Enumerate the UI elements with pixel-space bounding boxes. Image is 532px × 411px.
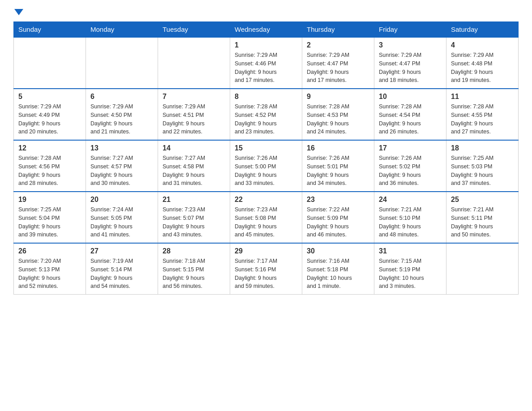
day-number: 23: [307, 196, 369, 204]
calendar-week-row: 19Sunrise: 7:25 AM Sunset: 5:04 PM Dayli…: [14, 192, 519, 243]
day-info: Sunrise: 7:26 AM Sunset: 5:00 PM Dayligh…: [235, 154, 297, 188]
day-info: Sunrise: 7:20 AM Sunset: 5:13 PM Dayligh…: [18, 257, 81, 291]
day-number: 29: [235, 247, 297, 255]
day-info: Sunrise: 7:27 AM Sunset: 4:58 PM Dayligh…: [163, 154, 225, 188]
day-number: 27: [90, 247, 153, 255]
calendar-cell: 10Sunrise: 7:28 AM Sunset: 4:54 PM Dayli…: [374, 89, 446, 140]
calendar-cell: 2Sunrise: 7:29 AM Sunset: 4:47 PM Daylig…: [302, 37, 374, 89]
calendar-cell: 9Sunrise: 7:28 AM Sunset: 4:53 PM Daylig…: [302, 89, 374, 140]
day-info: Sunrise: 7:15 AM Sunset: 5:19 PM Dayligh…: [379, 257, 442, 291]
calendar-cell: 5Sunrise: 7:29 AM Sunset: 4:49 PM Daylig…: [14, 89, 86, 140]
day-number: 22: [235, 196, 297, 204]
weekday-header-row: Sunday Monday Tuesday Wednesday Thursday…: [14, 22, 519, 38]
day-number: 24: [379, 196, 442, 204]
day-number: 18: [451, 144, 514, 152]
day-number: 9: [307, 93, 369, 101]
header-wednesday: Wednesday: [230, 22, 302, 38]
calendar-cell: 25Sunrise: 7:21 AM Sunset: 5:11 PM Dayli…: [446, 192, 519, 243]
day-number: 5: [18, 93, 81, 101]
day-info: Sunrise: 7:29 AM Sunset: 4:47 PM Dayligh…: [379, 51, 442, 85]
day-number: 6: [90, 93, 153, 101]
day-info: Sunrise: 7:29 AM Sunset: 4:46 PM Dayligh…: [235, 51, 297, 85]
day-info: Sunrise: 7:21 AM Sunset: 5:11 PM Dayligh…: [451, 206, 514, 239]
calendar-cell: 1Sunrise: 7:29 AM Sunset: 4:46 PM Daylig…: [230, 37, 302, 89]
calendar-cell: 17Sunrise: 7:26 AM Sunset: 5:02 PM Dayli…: [374, 140, 446, 192]
day-number: 1: [235, 41, 297, 49]
calendar-cell: 27Sunrise: 7:19 AM Sunset: 5:14 PM Dayli…: [86, 243, 158, 295]
calendar-week-row: 26Sunrise: 7:20 AM Sunset: 5:13 PM Dayli…: [14, 243, 519, 295]
calendar-week-row: 12Sunrise: 7:28 AM Sunset: 4:56 PM Dayli…: [14, 140, 519, 192]
day-number: 31: [379, 247, 442, 255]
day-number: 21: [163, 196, 225, 204]
header-sunday: Sunday: [14, 22, 86, 38]
day-info: Sunrise: 7:22 AM Sunset: 5:09 PM Dayligh…: [307, 206, 369, 239]
day-number: 15: [235, 144, 297, 152]
day-info: Sunrise: 7:28 AM Sunset: 4:53 PM Dayligh…: [307, 103, 369, 136]
day-info: Sunrise: 7:17 AM Sunset: 5:16 PM Dayligh…: [235, 257, 297, 291]
day-number: 20: [90, 196, 153, 204]
calendar-cell: 7Sunrise: 7:29 AM Sunset: 4:51 PM Daylig…: [158, 89, 230, 140]
calendar-week-row: 5Sunrise: 7:29 AM Sunset: 4:49 PM Daylig…: [14, 89, 519, 140]
calendar-cell: 19Sunrise: 7:25 AM Sunset: 5:04 PM Dayli…: [14, 192, 86, 243]
header-tuesday: Tuesday: [158, 22, 230, 38]
day-info: Sunrise: 7:25 AM Sunset: 5:03 PM Dayligh…: [451, 154, 514, 188]
day-info: Sunrise: 7:23 AM Sunset: 5:08 PM Dayligh…: [235, 206, 297, 239]
day-number: 30: [307, 247, 369, 255]
day-info: Sunrise: 7:18 AM Sunset: 5:15 PM Dayligh…: [163, 257, 225, 291]
day-number: 10: [379, 93, 442, 101]
day-info: Sunrise: 7:29 AM Sunset: 4:47 PM Dayligh…: [307, 51, 369, 85]
calendar-cell: 4Sunrise: 7:29 AM Sunset: 4:48 PM Daylig…: [446, 37, 519, 89]
day-number: 7: [163, 93, 225, 101]
header: [13, 9, 519, 17]
day-number: 16: [307, 144, 369, 152]
calendar-cell: 21Sunrise: 7:23 AM Sunset: 5:07 PM Dayli…: [158, 192, 230, 243]
day-number: 4: [451, 41, 514, 49]
day-info: Sunrise: 7:27 AM Sunset: 4:57 PM Dayligh…: [90, 154, 153, 188]
day-number: 26: [18, 247, 81, 255]
day-number: 11: [451, 93, 514, 101]
day-number: 17: [379, 144, 442, 152]
day-info: Sunrise: 7:29 AM Sunset: 4:50 PM Dayligh…: [90, 103, 153, 136]
calendar-cell: 30Sunrise: 7:16 AM Sunset: 5:18 PM Dayli…: [302, 243, 374, 295]
calendar-cell: 15Sunrise: 7:26 AM Sunset: 5:00 PM Dayli…: [230, 140, 302, 192]
calendar-cell: 31Sunrise: 7:15 AM Sunset: 5:19 PM Dayli…: [374, 243, 446, 295]
day-info: Sunrise: 7:29 AM Sunset: 4:51 PM Dayligh…: [163, 103, 225, 136]
logo-triangle-icon: [14, 9, 23, 15]
day-number: 8: [235, 93, 297, 101]
day-info: Sunrise: 7:28 AM Sunset: 4:56 PM Dayligh…: [18, 154, 81, 188]
day-number: 28: [163, 247, 225, 255]
day-info: Sunrise: 7:29 AM Sunset: 4:48 PM Dayligh…: [451, 51, 514, 85]
day-info: Sunrise: 7:29 AM Sunset: 4:49 PM Dayligh…: [18, 103, 81, 136]
calendar-week-row: 1Sunrise: 7:29 AM Sunset: 4:46 PM Daylig…: [14, 37, 519, 89]
day-number: 13: [90, 144, 153, 152]
day-info: Sunrise: 7:28 AM Sunset: 4:55 PM Dayligh…: [451, 103, 514, 136]
header-monday: Monday: [86, 22, 158, 38]
day-info: Sunrise: 7:28 AM Sunset: 4:52 PM Dayligh…: [235, 103, 297, 136]
day-number: 14: [163, 144, 225, 152]
calendar-cell: [86, 37, 158, 89]
day-info: Sunrise: 7:25 AM Sunset: 5:04 PM Dayligh…: [18, 206, 81, 239]
calendar-cell: [446, 243, 519, 295]
day-info: Sunrise: 7:16 AM Sunset: 5:18 PM Dayligh…: [307, 257, 369, 291]
day-number: 19: [18, 196, 81, 204]
header-saturday: Saturday: [446, 22, 519, 38]
day-number: 3: [379, 41, 442, 49]
calendar-cell: 20Sunrise: 7:24 AM Sunset: 5:05 PM Dayli…: [86, 192, 158, 243]
day-info: Sunrise: 7:19 AM Sunset: 5:14 PM Dayligh…: [90, 257, 153, 291]
calendar-cell: 29Sunrise: 7:17 AM Sunset: 5:16 PM Dayli…: [230, 243, 302, 295]
calendar-cell: 22Sunrise: 7:23 AM Sunset: 5:08 PM Dayli…: [230, 192, 302, 243]
calendar-cell: 14Sunrise: 7:27 AM Sunset: 4:58 PM Dayli…: [158, 140, 230, 192]
calendar-cell: 26Sunrise: 7:20 AM Sunset: 5:13 PM Dayli…: [14, 243, 86, 295]
day-info: Sunrise: 7:23 AM Sunset: 5:07 PM Dayligh…: [163, 206, 225, 239]
calendar-cell: 28Sunrise: 7:18 AM Sunset: 5:15 PM Dayli…: [158, 243, 230, 295]
calendar-cell: 12Sunrise: 7:28 AM Sunset: 4:56 PM Dayli…: [14, 140, 86, 192]
calendar-cell: 16Sunrise: 7:26 AM Sunset: 5:01 PM Dayli…: [302, 140, 374, 192]
calendar-table: Sunday Monday Tuesday Wednesday Thursday…: [13, 21, 519, 295]
day-info: Sunrise: 7:26 AM Sunset: 5:01 PM Dayligh…: [307, 154, 369, 188]
calendar-cell: 11Sunrise: 7:28 AM Sunset: 4:55 PM Dayli…: [446, 89, 519, 140]
day-number: 2: [307, 41, 369, 49]
calendar-cell: [14, 37, 86, 89]
day-number: 12: [18, 144, 81, 152]
calendar-cell: 24Sunrise: 7:21 AM Sunset: 5:10 PM Dayli…: [374, 192, 446, 243]
day-info: Sunrise: 7:24 AM Sunset: 5:05 PM Dayligh…: [90, 206, 153, 239]
